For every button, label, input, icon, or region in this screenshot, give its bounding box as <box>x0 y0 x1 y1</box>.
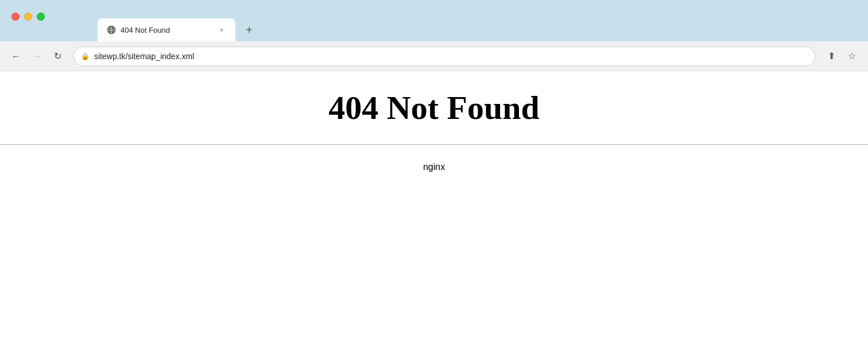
navigation-bar: ← → ↻ 🔒 sitewp.tk/sitemap_index.xml ⬆ ☆ <box>0 41 868 71</box>
address-bar[interactable]: 🔒 sitewp.tk/sitemap_index.xml <box>73 47 815 66</box>
nav-actions: ⬆ ☆ <box>822 47 861 65</box>
maximize-button[interactable] <box>37 13 45 21</box>
globe-icon <box>107 25 116 34</box>
share-button[interactable]: ⬆ <box>822 47 840 65</box>
reload-button[interactable]: ↻ <box>48 47 67 65</box>
tab-close-button[interactable]: × <box>217 25 226 34</box>
tab-bar: 404 Not Found × + <box>0 0 868 41</box>
divider <box>0 144 868 145</box>
forward-button[interactable]: → <box>28 47 46 65</box>
back-button[interactable]: ← <box>7 47 25 65</box>
active-tab[interactable]: 404 Not Found × <box>98 18 235 41</box>
new-tab-button[interactable]: + <box>240 21 258 39</box>
close-button[interactable] <box>11 13 20 21</box>
tab-title: 404 Not Found <box>121 26 212 34</box>
lock-icon: 🔒 <box>81 52 90 60</box>
bookmark-button[interactable]: ☆ <box>843 47 861 65</box>
url-text: sitewp.tk/sitemap_index.xml <box>94 52 808 61</box>
minimize-button[interactable] <box>24 13 32 21</box>
page-content: 404 Not Found nginx <box>0 71 868 363</box>
error-heading: 404 Not Found <box>328 88 539 127</box>
server-label: nginx <box>423 162 445 172</box>
